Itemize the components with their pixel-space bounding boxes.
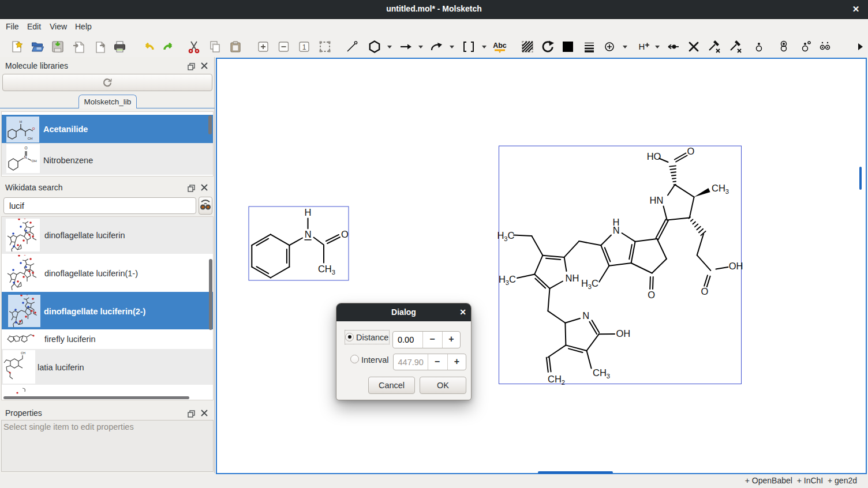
svg-text:O: O	[24, 146, 27, 150]
svg-text:CH: CH	[27, 137, 32, 140]
svg-text:O: O	[32, 127, 35, 130]
svg-text:N: N	[20, 127, 22, 131]
svg-text:OH: OH	[31, 159, 36, 163]
svg-text:H: H	[639, 42, 645, 51]
svg-text:N: N	[24, 155, 27, 159]
svg-text:Abc: Abc	[493, 42, 507, 50]
svg-text:1: 1	[302, 43, 306, 51]
svg-text:CH: CH	[21, 351, 25, 355]
svg-text:H: H	[19, 120, 21, 123]
